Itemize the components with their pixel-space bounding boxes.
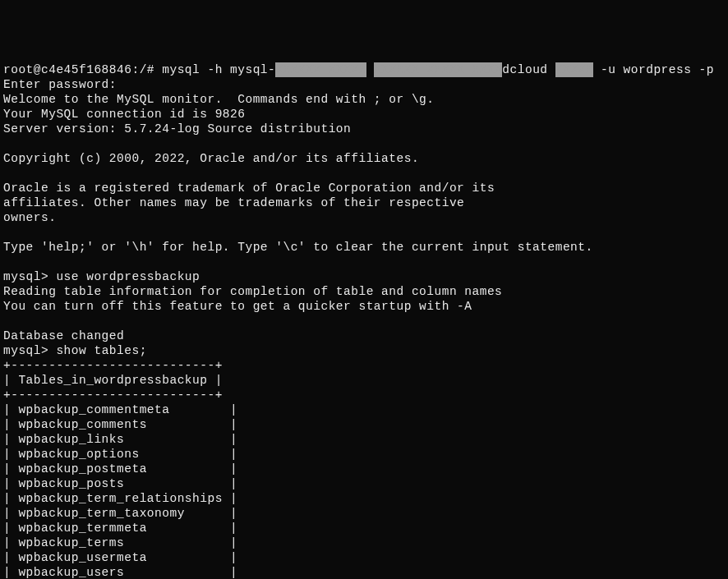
table-row: | wpbackup_commentmeta | — [3, 403, 237, 416]
reading-table-info: Reading table information for completion… — [3, 285, 502, 298]
table-row: | wpbackup_options | — [3, 448, 237, 461]
turn-off-feature: You can turn off this feature to get a q… — [3, 300, 472, 313]
table-row: | wpbackup_term_taxonomy | — [3, 507, 237, 520]
mysql-connect-cmd-part3: -u wordpress -p — [601, 63, 714, 76]
table-row: | wpbackup_posts | — [3, 477, 237, 490]
table-border-top: +---------------------------+ — [3, 359, 223, 372]
database-changed: Database changed — [3, 329, 124, 342]
trademark-line1: Oracle is a registered trademark of Orac… — [3, 182, 495, 195]
redacted-host-2: XXXXXX XXXXX XXXX — [374, 62, 502, 77]
shell-prompt: root@c4e45f168846:/# — [3, 63, 154, 76]
connection-id-text: Your MySQL connection id is 9826 — [3, 108, 245, 121]
table-row: | wpbackup_termmeta | — [3, 522, 237, 535]
trademark-line3: owners. — [3, 211, 56, 224]
table-row: | wpbackup_usermeta | — [3, 551, 237, 564]
trademark-line2: affiliates. Other names may be trademark… — [3, 196, 464, 209]
table-row: | wpbackup_terms | — [3, 536, 237, 549]
mysql-prompt: mysql> — [3, 270, 48, 283]
show-tables-command: show tables; — [56, 344, 146, 357]
terminal-output[interactable]: root@c4e45f168846:/# mysql -h mysql-XXXX… — [3, 62, 725, 579]
table-row: | wpbackup_postmeta | — [3, 462, 237, 476]
redacted-host-1: XXXXXX XXXXX — [275, 62, 366, 77]
help-text: Type 'help;' or '\h' for help. Type '\c'… — [3, 241, 593, 254]
table-header: | Tables_in_wordpressbackup | — [3, 374, 223, 387]
copyright-text: Copyright (c) 2000, 2022, Oracle and/or … — [3, 152, 419, 165]
welcome-text: Welcome to the MySQL monitor. Commands e… — [3, 93, 434, 106]
enter-password-prompt: Enter password: — [3, 78, 117, 91]
table-row: | wpbackup_users | — [3, 566, 237, 579]
mysql-connect-cmd-part1: mysql -h mysql- — [162, 63, 275, 76]
use-db-command: use wordpressbackup — [56, 270, 200, 283]
table-row: | wpbackup_links | — [3, 433, 237, 446]
redacted-host-3: XXXXX — [555, 62, 593, 77]
mysql-connect-cmd-part2: dcloud — [502, 63, 547, 76]
mysql-prompt: mysql> — [3, 344, 48, 357]
server-version-text: Server version: 5.7.24-log Source distri… — [3, 122, 351, 136]
table-border-mid: +---------------------------+ — [3, 388, 223, 402]
table-row: | wpbackup_comments | — [3, 418, 237, 431]
table-row: | wpbackup_term_relationships | — [3, 492, 237, 505]
